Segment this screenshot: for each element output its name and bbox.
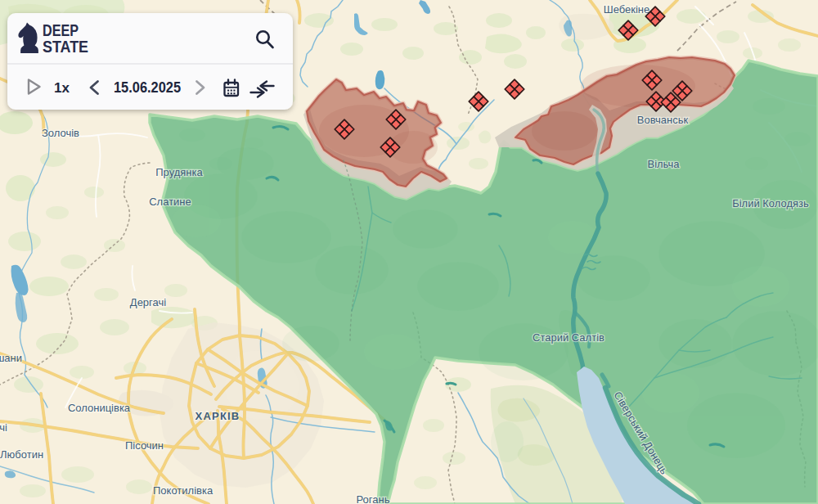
svg-text:чі: чі [0, 421, 7, 434]
svg-text:ХАРКІВ: ХАРКІВ [196, 410, 240, 422]
svg-text:Покотилівка: Покотилівка [153, 484, 213, 497]
svg-text:Люботин: Люботин [0, 448, 43, 461]
svg-text:Вільча: Вільча [647, 158, 680, 170]
svg-text:Вовчанськ: Вовчанськ [637, 114, 689, 126]
svg-text:Білий Колодязь: Білий Колодязь [732, 197, 809, 209]
svg-text:15.06.2025: 15.06.2025 [114, 79, 181, 96]
svg-text:Рогань: Рогань [357, 493, 390, 504]
svg-text:1x: 1x [54, 80, 70, 96]
svg-text:Пісочин: Пісочин [125, 439, 164, 452]
svg-text:Золочів: Золочів [42, 127, 79, 139]
svg-text:Шебекіне: Шебекіне [604, 3, 650, 16]
svg-text:Дергачі: Дергачі [130, 296, 166, 308]
svg-text:Старий Салтів: Старий Салтів [533, 331, 605, 344]
svg-text:шани: шани [0, 352, 22, 364]
svg-text:Солоницівка: Солоницівка [68, 402, 131, 414]
svg-text:Прудянка: Прудянка [155, 166, 203, 178]
svg-text:STATE: STATE [43, 38, 88, 56]
svg-text:Слатине: Слатине [149, 196, 191, 208]
